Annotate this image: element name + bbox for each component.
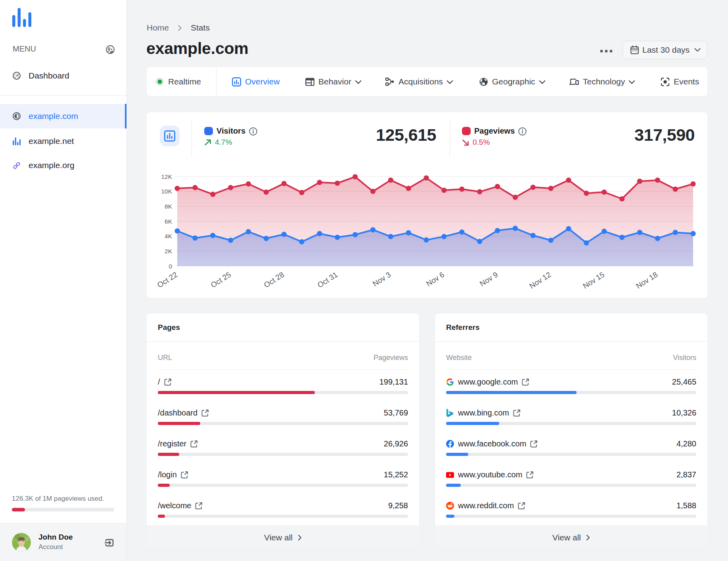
svg-text:10K: 10K <box>161 188 172 195</box>
svg-text:6K: 6K <box>165 218 172 225</box>
svg-text:Nov 18: Nov 18 <box>634 270 659 290</box>
svg-text:Oct 28: Oct 28 <box>262 270 285 289</box>
svg-text:Oct 25: Oct 25 <box>209 270 232 289</box>
svg-text:Nov 12: Nov 12 <box>528 270 552 290</box>
svg-text:2K: 2K <box>165 248 172 255</box>
svg-text:Oct 31: Oct 31 <box>316 270 339 289</box>
svg-text:0: 0 <box>169 263 172 270</box>
svg-text:12K: 12K <box>161 173 172 180</box>
svg-text:Nov 15: Nov 15 <box>581 270 606 290</box>
svg-text:Nov 6: Nov 6 <box>425 270 446 288</box>
svg-text:Nov 3: Nov 3 <box>371 270 392 288</box>
svg-text:4K: 4K <box>165 233 172 239</box>
svg-text:Oct 22: Oct 22 <box>156 270 179 289</box>
svg-text:8K: 8K <box>165 203 172 210</box>
svg-text:Nov 9: Nov 9 <box>478 270 499 288</box>
